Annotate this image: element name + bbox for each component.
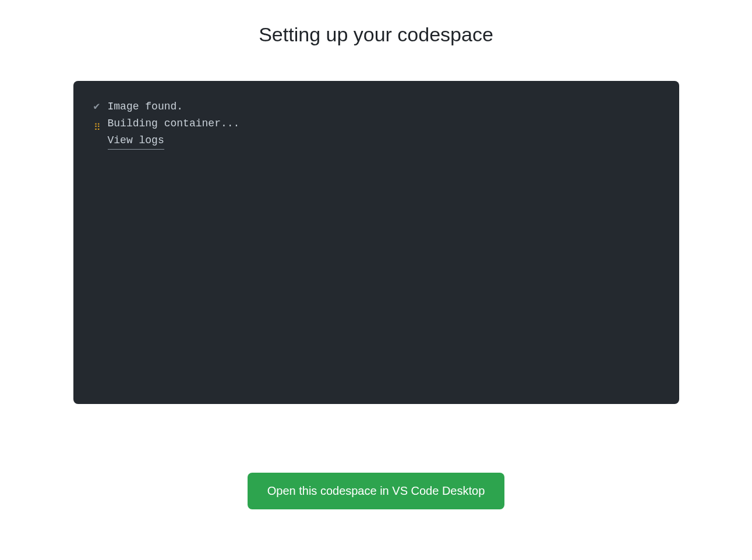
view-logs-link[interactable]: View logs <box>108 132 164 150</box>
view-logs-row: View logs <box>94 132 659 150</box>
log-text: Image found. <box>108 98 183 115</box>
checkmark-icon: ✔ <box>94 98 108 115</box>
log-line-inprogress: Building container... <box>94 115 659 132</box>
terminal-panel: ✔Image found. Building container... View… <box>73 81 679 404</box>
log-line-complete: ✔Image found. <box>94 98 659 115</box>
button-container: Open this codespace in VS Code Desktop <box>248 473 505 509</box>
page-title: Setting up your codespace <box>259 23 493 46</box>
log-text: Building container... <box>108 115 240 132</box>
spinner-icon <box>94 119 108 127</box>
open-vscode-desktop-button[interactable]: Open this codespace in VS Code Desktop <box>248 473 505 509</box>
